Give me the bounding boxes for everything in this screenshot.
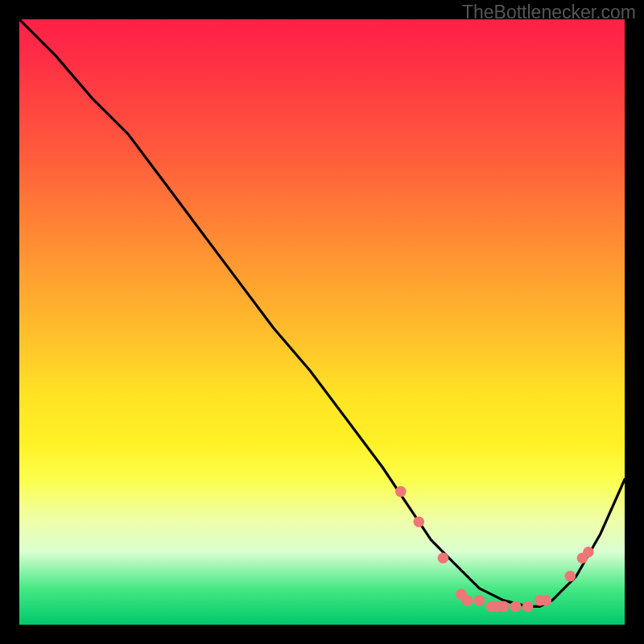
curve-marker xyxy=(565,571,576,582)
curve-marker xyxy=(498,601,510,613)
curve-marker xyxy=(583,547,594,558)
curve-marker xyxy=(474,595,485,606)
plot-area xyxy=(19,19,625,625)
curve-markers xyxy=(395,486,594,612)
curve-marker xyxy=(462,595,473,606)
curve-marker xyxy=(510,601,522,613)
curve-marker xyxy=(414,516,425,527)
curve-marker xyxy=(540,595,551,606)
bottleneck-curve xyxy=(19,19,625,606)
chart-frame: TheBottlenecker.com xyxy=(0,0,644,644)
curve-marker xyxy=(522,601,534,613)
plot-svg xyxy=(19,19,625,625)
curve-marker xyxy=(395,486,407,497)
curve-marker xyxy=(438,553,449,564)
watermark-text: TheBottlenecker.com xyxy=(462,2,636,23)
